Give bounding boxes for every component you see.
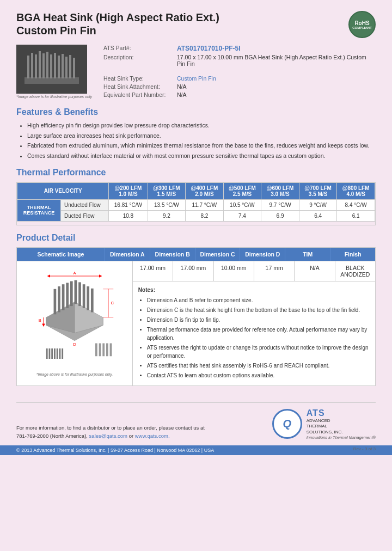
heatsink-image xyxy=(16,45,87,94)
svg-rect-41 xyxy=(54,348,56,359)
rohs-badge: RoHS COMPLIANT xyxy=(348,11,376,38)
product-info: *Image above is for illustrative purpose… xyxy=(16,45,376,100)
notes-list: Dimension A and B refer to component siz… xyxy=(138,296,370,379)
note-item: Dimension C is the heat sink height from… xyxy=(147,306,370,314)
ducted-v7: 6.1 xyxy=(337,210,375,221)
contact-line1: For more information, to find a distribu… xyxy=(16,424,205,432)
svg-rect-7 xyxy=(46,52,48,78)
description-value: 17.00 x 17.00 x 10.00 mm BGA Heat Sink (… xyxy=(177,54,376,67)
unducted-flow-row: THERMAL RESISTANCE Unducted Flow 16.81 °… xyxy=(17,199,375,210)
schematic-header: Schematic Image xyxy=(17,248,105,261)
notes-title: Notes: xyxy=(138,286,370,294)
specs-block: ATS Part#: ATS017017010-PF-5I Descriptio… xyxy=(103,45,376,100)
unducted-v4: 10.5 °C/W xyxy=(223,199,261,210)
footer-contact: For more information, to find a distribu… xyxy=(16,424,205,440)
product-detail-container: Schematic Image Dimension A Dimension B … xyxy=(16,247,376,386)
thermal-table: AIR VELOCITY @200 LFM1.0 M/S @300 LFM1.5… xyxy=(17,182,375,222)
schematic-caption: *Image above is for illustrative purpose… xyxy=(21,372,128,376)
svg-rect-4 xyxy=(35,54,37,78)
features-section-title: Features & Benefits xyxy=(16,107,376,117)
thermal-section-title: Thermal Performance xyxy=(16,168,376,177)
air-velocity-header: AIR VELOCITY xyxy=(17,182,109,199)
ats-text-block: ATS ADVANCEDTHERMALSOLUTIONS, INC. Innov… xyxy=(307,408,376,440)
dim-b-value: 17.00 mm xyxy=(173,261,213,281)
equiv-part-row: Equivalent Part Number: N/A xyxy=(103,91,376,98)
col-600lfm: @600 LFM3.0 M/S xyxy=(261,182,299,199)
attachment-row: Heat Sink Attachment: N/A xyxy=(103,83,376,90)
note-item: Thermal performance data are provided fo… xyxy=(147,326,370,342)
dim-b-header: Dimension B xyxy=(150,248,195,261)
svg-rect-42 xyxy=(57,348,58,359)
product-detail-section-title: Product Detail xyxy=(16,233,376,243)
note-item: Dimension A and B refer to component siz… xyxy=(147,296,370,304)
product-detail-header: Schematic Image Dimension A Dimension B … xyxy=(17,248,375,261)
finish-header: Finish xyxy=(330,248,375,261)
feature-item: Large surface area increases heat sink p… xyxy=(27,132,376,140)
note-item: Contact ATS to learn about custom option… xyxy=(147,371,370,379)
finish-value: BLACK ANODIZED xyxy=(335,261,375,281)
svg-rect-44 xyxy=(62,348,63,359)
ats-logo: Q ATS ADVANCEDTHERMALSOLUTIONS, INC. Inn… xyxy=(272,408,376,440)
ducted-v6: 6.4 xyxy=(299,210,337,221)
heat-sink-type[interactable]: Custom Pin Fin xyxy=(177,75,216,82)
dim-d-header: Dimension D xyxy=(240,248,285,261)
ducted-label: Ducted Flow xyxy=(61,210,109,221)
unducted-v1: 16.81 °C/W xyxy=(109,199,148,210)
unducted-v2: 13.5 °C/W xyxy=(148,199,186,210)
notes-cell: Notes: Dimension A and B refer to compon… xyxy=(133,281,375,385)
features-list: High efficiency pin fin design provides … xyxy=(16,121,376,160)
col-700lfm: @700 LFM3.5 M/S xyxy=(299,182,337,199)
col-800lfm: @800 LFM4.0 M/S xyxy=(337,182,375,199)
product-image-block: *Image above is for illustrative purpose… xyxy=(16,45,93,100)
equiv-part-value: N/A xyxy=(177,91,187,98)
svg-rect-8 xyxy=(50,54,52,78)
dim-d-value: 17 mm xyxy=(254,261,295,281)
thermal-header-row: AIR VELOCITY @200 LFM1.0 M/S @300 LFM1.5… xyxy=(17,182,375,199)
svg-text:A: A xyxy=(73,271,76,276)
ats-logo-circle: Q xyxy=(272,409,302,439)
svg-text:C: C xyxy=(111,301,114,305)
dim-c-value: 10.00 mm xyxy=(214,261,254,281)
svg-rect-45 xyxy=(95,343,97,356)
col-200lfm: @200 LFM1.0 M/S xyxy=(109,182,148,199)
svg-rect-5 xyxy=(39,51,41,78)
svg-rect-6 xyxy=(42,53,45,78)
feature-item: High efficiency pin fin design provides … xyxy=(27,121,376,130)
svg-rect-46 xyxy=(99,343,101,356)
feature-item: Fabricated from extruded aluminum, which… xyxy=(27,142,376,150)
tim-header: TIM xyxy=(285,248,330,261)
thermal-resistance-label: THERMAL RESISTANCE xyxy=(17,199,61,221)
svg-rect-38 xyxy=(46,348,48,359)
svg-rect-9 xyxy=(54,53,56,78)
tim-value: N/A xyxy=(295,261,335,281)
schematic-cell: A B C D xyxy=(17,261,133,385)
svg-rect-43 xyxy=(59,348,60,359)
ducted-v3: 8.2 xyxy=(186,210,224,221)
header: BGA Heat Sink (High Aspect Ratio Ext.) C… xyxy=(16,11,376,38)
svg-rect-39 xyxy=(48,348,50,359)
svg-rect-47 xyxy=(102,343,105,356)
ducted-v5: 6.9 xyxy=(261,210,299,221)
svg-rect-12 xyxy=(65,57,68,78)
attachment-value: N/A xyxy=(177,83,187,90)
dim-a-value: 17.00 mm xyxy=(133,261,173,281)
ducted-v4: 7.4 xyxy=(223,210,261,221)
svg-text:D: D xyxy=(73,342,76,347)
note-item: ATS reserves the right to update or chan… xyxy=(147,344,370,360)
svg-rect-49 xyxy=(110,343,112,356)
svg-rect-13 xyxy=(69,55,71,78)
description-row: Description: 17.00 x 17.00 x 10.00 mm BG… xyxy=(103,54,376,67)
unducted-v5: 9.7 °C/W xyxy=(261,199,299,210)
svg-rect-10 xyxy=(58,56,60,78)
dims-and-notes: 17.00 mm 17.00 mm 10.00 mm 17 mm N/A BLA… xyxy=(133,261,375,385)
col-300lfm: @300 LFM1.5 M/S xyxy=(148,182,186,199)
footer: For more information, to find a distribu… xyxy=(16,402,376,440)
ducted-flow-row: Ducted Flow 10.8 9.2 8.2 7.4 6.9 6.4 6.1 xyxy=(17,210,375,221)
dim-a-header: Dimension A xyxy=(105,248,150,261)
title-block: BGA Heat Sink (High Aspect Ratio Ext.) C… xyxy=(16,11,219,37)
ducted-v1: 10.8 xyxy=(109,210,148,221)
ducted-v2: 9.2 xyxy=(148,210,186,221)
unducted-v3: 11.7 °C/W xyxy=(186,199,224,210)
contact-line2: 781-769-2000 (North America), sales@qats… xyxy=(16,432,205,440)
part-number: ATS017017010-PF-5I xyxy=(177,45,241,52)
